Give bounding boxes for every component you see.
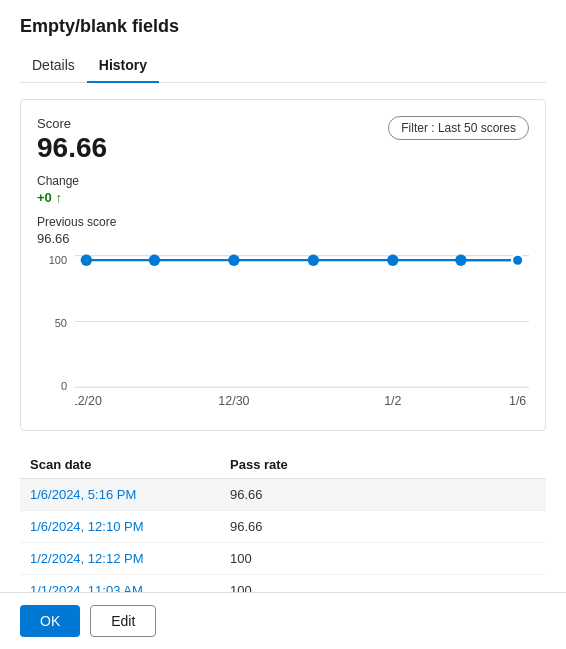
tab-history[interactable]: History xyxy=(87,49,159,83)
change-label: Change xyxy=(37,174,116,188)
chart-right: 12/20 12/30 1/2 1/6 xyxy=(75,254,529,414)
y-label-50: 50 xyxy=(37,317,67,329)
filter-button[interactable]: Filter : Last 50 scores xyxy=(388,116,529,140)
scan-date-cell[interactable]: 1/2/2024, 12:12 PM xyxy=(30,551,230,566)
svg-point-4 xyxy=(149,254,160,265)
chart-container: 100 50 0 xyxy=(37,254,529,414)
svg-point-6 xyxy=(308,254,319,265)
score-block: Score 96.66 Change +0 ↑ Previous score 9… xyxy=(37,116,116,246)
svg-text:1/2: 1/2 xyxy=(384,394,401,408)
col-header-pass: Pass rate xyxy=(230,457,546,472)
score-label: Score xyxy=(37,116,116,131)
edit-button[interactable]: Edit xyxy=(90,605,156,637)
ok-button[interactable]: OK xyxy=(20,605,80,637)
svg-point-5 xyxy=(228,254,239,265)
change-value: +0 ↑ xyxy=(37,190,116,205)
col-header-date: Scan date xyxy=(30,457,230,472)
svg-point-9 xyxy=(512,254,523,265)
prev-score-label: Previous score xyxy=(37,215,116,229)
pass-rate-cell: 96.66 xyxy=(230,519,546,534)
table-row: 1/6/2024, 12:10 PM96.66 xyxy=(20,511,546,543)
pass-rate-cell: 96.66 xyxy=(230,487,546,502)
table-header: Scan date Pass rate xyxy=(20,451,546,479)
score-value: 96.66 xyxy=(37,133,116,164)
chart-y-labels: 100 50 0 xyxy=(37,254,67,414)
chart-header: Score 96.66 Change +0 ↑ Previous score 9… xyxy=(37,116,529,246)
table-row: 1/6/2024, 5:16 PM96.66 xyxy=(20,479,546,511)
svg-text:12/20: 12/20 xyxy=(75,394,102,408)
svg-point-3 xyxy=(81,254,92,265)
y-label-100: 100 xyxy=(37,254,67,266)
scan-date-cell[interactable]: 1/6/2024, 12:10 PM xyxy=(30,519,230,534)
svg-point-7 xyxy=(387,254,398,265)
y-label-0: 0 xyxy=(37,380,67,392)
svg-point-8 xyxy=(455,254,466,265)
chart-svg: 12/20 12/30 1/2 1/6 xyxy=(75,254,529,414)
svg-text:12/30: 12/30 xyxy=(218,394,249,408)
pass-rate-cell: 100 xyxy=(230,551,546,566)
page-title: Empty/blank fields xyxy=(20,16,546,37)
footer-bar: OK Edit xyxy=(0,592,566,649)
prev-score-value: 96.66 xyxy=(37,231,116,246)
svg-text:1/6: 1/6 xyxy=(509,394,526,408)
scan-date-cell[interactable]: 1/6/2024, 5:16 PM xyxy=(30,487,230,502)
tab-bar: Details History xyxy=(20,49,546,83)
tab-details[interactable]: Details xyxy=(20,49,87,83)
chart-card: Score 96.66 Change +0 ↑ Previous score 9… xyxy=(20,99,546,431)
table-row: 1/2/2024, 12:12 PM100 xyxy=(20,543,546,575)
